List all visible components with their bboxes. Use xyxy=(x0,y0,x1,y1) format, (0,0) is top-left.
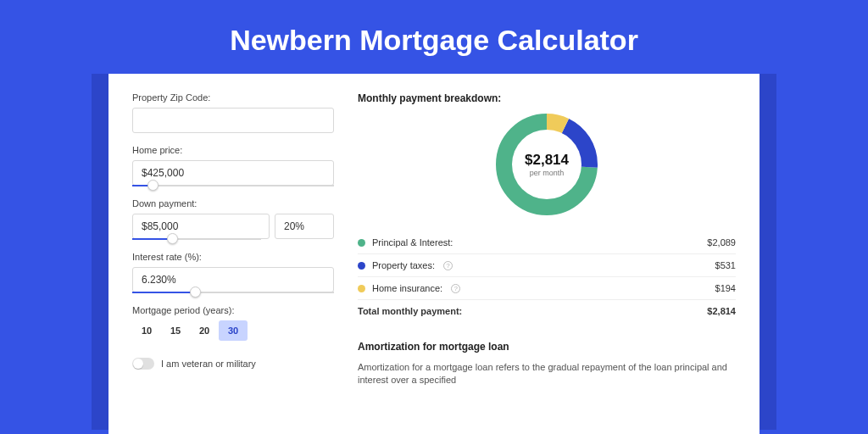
home-price-slider[interactable] xyxy=(132,185,334,186)
help-icon[interactable]: ? xyxy=(451,284,460,293)
help-icon[interactable]: ? xyxy=(443,261,453,270)
dot-icon xyxy=(358,262,365,270)
total-label: Total monthly payment: xyxy=(358,306,462,316)
legend-label: Home insurance: xyxy=(372,283,442,293)
home-price-label: Home price: xyxy=(132,145,334,155)
zip-input[interactable] xyxy=(132,108,334,133)
interest-rate-field: Interest rate (%): xyxy=(132,252,334,293)
donut-chart: $2,814 per month xyxy=(358,113,736,216)
period-option-30[interactable]: 30 xyxy=(219,320,248,341)
slider-thumb-icon[interactable] xyxy=(147,180,159,191)
toggle-knob-icon xyxy=(133,359,143,369)
legend: Principal & Interest: $2,089 Property ta… xyxy=(358,231,736,322)
legend-value: $531 xyxy=(715,260,736,270)
interest-rate-input[interactable] xyxy=(132,267,334,292)
period-option-15[interactable]: 15 xyxy=(161,320,190,341)
zip-label: Property Zip Code: xyxy=(132,92,334,103)
input-panel: Property Zip Code: Home price: Down paym… xyxy=(132,92,334,434)
page-title: Newbern Mortgage Calculator xyxy=(0,0,868,74)
legend-row-insurance: Home insurance: ? $194 xyxy=(358,277,736,300)
home-price-field: Home price: xyxy=(132,145,334,186)
card-shadow: Property Zip Code: Home price: Down paym… xyxy=(92,74,776,430)
mortgage-period-field: Mortgage period (years): 10 15 20 30 xyxy=(132,305,334,341)
interest-rate-slider[interactable] xyxy=(132,292,334,293)
period-option-20[interactable]: 20 xyxy=(190,320,219,341)
legend-value: $2,089 xyxy=(707,237,736,248)
down-payment-label: Down payment: xyxy=(132,198,334,209)
veteran-toggle[interactable] xyxy=(132,358,154,370)
donut-center: $2,814 per month xyxy=(512,130,581,199)
interest-rate-label: Interest rate (%): xyxy=(132,252,334,262)
veteran-label: I am veteran or military xyxy=(161,359,256,369)
legend-row-total: Total monthly payment: $2,814 xyxy=(358,300,736,322)
period-option-10[interactable]: 10 xyxy=(132,320,161,341)
mortgage-period-label: Mortgage period (years): xyxy=(132,305,334,315)
down-payment-slider[interactable] xyxy=(132,238,261,240)
total-value: $2,814 xyxy=(707,306,736,316)
amortization-title: Amortization for mortgage loan xyxy=(358,341,736,353)
down-payment-pct-input[interactable] xyxy=(275,214,334,239)
down-payment-field: Down payment: xyxy=(132,198,334,240)
legend-value: $194 xyxy=(715,283,736,293)
breakdown-title: Monthly payment breakdown: xyxy=(358,92,736,104)
zip-field: Property Zip Code: xyxy=(132,92,334,133)
amortization-text: Amortization for a mortgage loan refers … xyxy=(358,361,736,387)
donut-amount: $2,814 xyxy=(525,152,569,169)
donut-sub: per month xyxy=(530,169,565,177)
dot-icon xyxy=(358,285,365,292)
dot-icon xyxy=(358,239,365,247)
down-payment-input[interactable] xyxy=(132,214,270,239)
slider-thumb-icon[interactable] xyxy=(190,287,201,298)
results-panel: Monthly payment breakdown: $2,814 per mo… xyxy=(358,92,736,434)
legend-label: Principal & Interest: xyxy=(372,237,453,248)
veteran-field: I am veteran or military xyxy=(132,358,334,370)
legend-row-principal: Principal & Interest: $2,089 xyxy=(358,231,736,254)
legend-label: Property taxes: xyxy=(372,260,435,270)
home-price-input[interactable] xyxy=(132,160,334,186)
calculator-card: Property Zip Code: Home price: Down paym… xyxy=(108,74,760,434)
legend-row-taxes: Property taxes: ? $531 xyxy=(358,254,736,277)
period-options: 10 15 20 30 xyxy=(132,320,334,341)
slider-thumb-icon[interactable] xyxy=(167,233,178,244)
